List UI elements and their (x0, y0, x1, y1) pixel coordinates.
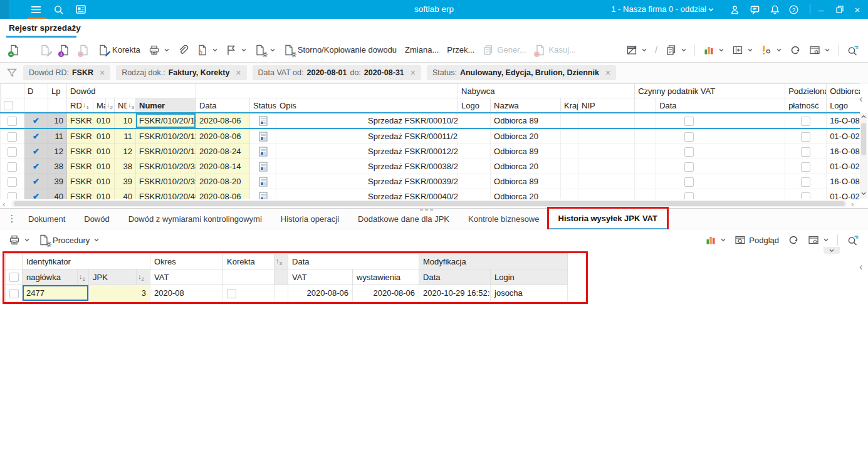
col-jpk[interactable]: JPK (89, 269, 137, 285)
nazwa-cell[interactable]: Odbiorca 20 (491, 189, 561, 200)
user-profile-button[interactable] (725, 0, 744, 19)
col-platnosc[interactable]: płatność (785, 98, 827, 113)
search-filter-button[interactable] (847, 44, 859, 56)
lp-cell[interactable]: 12 (48, 144, 67, 159)
mag-cell[interactable]: 010 (93, 113, 115, 128)
rd-cell[interactable]: FSKR (67, 159, 93, 174)
nip-cell[interactable] (578, 159, 635, 174)
nd-cell[interactable]: 12 (115, 144, 136, 159)
nip-cell[interactable] (578, 128, 635, 144)
col-d[interactable]: D (24, 84, 48, 98)
data-cell[interactable]: 2020-08-24 (196, 144, 250, 159)
scroll-up-icon[interactable] (861, 115, 866, 118)
czynny-vat-cell[interactable] (656, 144, 785, 159)
flag-button[interactable] (226, 44, 246, 56)
notifications-button[interactable] (765, 0, 784, 19)
czynny-vat-cell[interactable] (656, 159, 785, 174)
czynny-vat-cell[interactable] (656, 128, 785, 144)
tab-historia-wysylek-jpk-vat[interactable]: Historia wysyłek JPK VAT (549, 209, 667, 229)
filter-chip-data-vat[interactable]: Data VAT od:2020-08-01do:2020-08-31× (253, 65, 421, 80)
nip-cell[interactable] (578, 189, 635, 200)
remove-filter-icon[interactable]: × (605, 68, 610, 78)
row-select-checkbox[interactable] (1, 128, 24, 144)
mag-cell[interactable]: 010 (93, 128, 115, 144)
odbiorca-logo-cell[interactable]: 16-O-08 (827, 113, 860, 128)
odbiorca-logo-cell[interactable]: 01-O-02 (827, 128, 860, 144)
col-login[interactable]: Login (491, 269, 568, 285)
col-nip[interactable]: NIP (578, 98, 635, 113)
d-flag-cell[interactable]: ✔ (24, 189, 48, 200)
row-select-checkbox[interactable] (1, 174, 24, 189)
messages-button[interactable] (745, 0, 764, 19)
numer-cell[interactable]: FSKR/010/20/40 (136, 189, 196, 200)
print-button[interactable] (149, 44, 169, 56)
kraj-cell[interactable] (561, 113, 578, 128)
nazwa-cell[interactable]: Odbiorca 20 (491, 159, 561, 174)
czynny-vat-cell[interactable] (656, 189, 785, 200)
nabywca-logo-cell[interactable] (458, 159, 491, 174)
d-flag-cell[interactable]: ✔ (24, 128, 48, 144)
remove-filter-icon[interactable]: × (100, 68, 105, 78)
podzielona-platnosc-cell[interactable] (785, 174, 827, 189)
tab-historia-operacji[interactable]: Historia operacji (271, 209, 348, 229)
company-chevron-down-icon[interactable] (704, 0, 718, 19)
d-flag-cell[interactable]: ✔ (24, 174, 48, 189)
detail-grid-settings-button[interactable] (808, 234, 829, 246)
kraj-cell[interactable] (561, 128, 578, 144)
sort-desc-2-icon[interactable]: ↓2 (106, 98, 115, 113)
alerts-settings-button[interactable] (761, 44, 782, 56)
lp-cell[interactable]: 11 (48, 128, 67, 144)
scroll-left-icon[interactable]: ‹ (3, 201, 5, 208)
podglad-button[interactable]: Podgląd (735, 234, 779, 246)
nazwa-cell[interactable]: Odbiorca 89 (491, 144, 561, 159)
tab-kontrole-biznesowe[interactable]: Kontrole biznesowe (459, 209, 548, 229)
filter-chip-dowod[interactable]: Dowód RD:FSKR× (23, 65, 110, 80)
close-button[interactable]: × (848, 0, 867, 19)
table-row[interactable]: ✔ 11 FSKR 010 11 FSKR/010/20/11 2020-08-… (1, 128, 860, 144)
opis-cell[interactable]: Sprzedaż FSKR/00012/20 (276, 144, 458, 159)
numer-cell[interactable]: FSKR/010/20/38 (136, 159, 196, 174)
nip-cell[interactable] (578, 113, 635, 128)
status-cell[interactable] (250, 113, 276, 128)
mod-data-cell[interactable]: 2020-10-29 16:52:0 (419, 285, 491, 301)
nabywca-logo-cell[interactable] (458, 128, 491, 144)
storno-button[interactable]: Storno/Kopiowanie dowodu (283, 44, 397, 56)
podzielona-platnosc-cell[interactable] (785, 189, 827, 200)
kraj-cell[interactable] (561, 159, 578, 174)
kraj-cell[interactable] (561, 174, 578, 189)
copy-view-button[interactable] (666, 44, 686, 56)
nip-cell[interactable] (578, 174, 635, 189)
col-okres-vat[interactable]: VAT (150, 269, 223, 285)
mag-cell[interactable]: 010 (93, 144, 115, 159)
col-odbiorca-logo[interactable]: Logo (827, 98, 860, 113)
collapse-panel-left-icon[interactable]: ‹ (859, 262, 863, 272)
document-info-button[interactable]: i (59, 44, 70, 56)
czynny-vat-cell[interactable] (656, 113, 785, 128)
col-nazwa[interactable]: Nazwa (491, 98, 561, 113)
col-mod-data[interactable]: Data (419, 269, 491, 285)
odbiorca-logo-cell[interactable]: 16-O-08 (827, 174, 860, 189)
jpk-cell[interactable]: 3 (89, 285, 150, 301)
nazwa-cell[interactable]: Odbiorca 89 (491, 113, 561, 128)
refresh-button[interactable] (790, 44, 801, 56)
detail-tabs-menu-button[interactable]: ⋮ (5, 213, 19, 224)
help-button[interactable] (784, 0, 803, 19)
collapse-toolbar-button[interactable] (824, 247, 840, 254)
detail-chart-button[interactable] (705, 234, 726, 246)
zmiana-button[interactable]: Zmiana... (405, 45, 439, 55)
lp-cell[interactable]: 40 (48, 189, 67, 200)
nabywca-logo-cell[interactable] (458, 113, 491, 128)
opis-cell[interactable]: Sprzedaż FSKR/00010/20 (276, 113, 458, 128)
col-opis[interactable]: Opis (276, 98, 458, 113)
splitter-grip[interactable] (420, 209, 433, 211)
row-select-checkbox[interactable] (1, 159, 24, 174)
document-settings-button[interactable] (254, 44, 275, 56)
company-selector[interactable]: 1 - Nasza firma 0 - oddział (611, 0, 706, 19)
nazwa-cell[interactable]: Odbiorca 20 (491, 128, 561, 144)
d-flag-cell[interactable]: ✔ (24, 144, 48, 159)
detail-search-filter-button[interactable] (847, 234, 859, 246)
podzielona-platnosc-cell[interactable] (785, 159, 827, 174)
col-lp[interactable]: Lp (48, 84, 67, 98)
col-nd[interactable]: ND (115, 98, 127, 113)
col-kraj[interactable]: Kraj (561, 98, 578, 113)
